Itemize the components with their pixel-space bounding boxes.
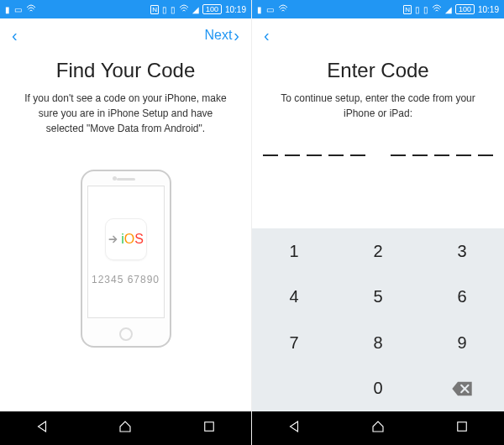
next-label: Next <box>204 28 232 43</box>
android-back-button[interactable] <box>34 419 50 437</box>
clock: 10:19 <box>225 5 246 14</box>
nfc-icon: N <box>150 5 159 14</box>
code-digit <box>478 154 493 156</box>
page-subtitle: If you don't see a code on your iPhone, … <box>20 91 231 136</box>
code-digit <box>391 154 406 156</box>
ios-label: iOS <box>121 232 144 247</box>
code-digit <box>263 154 278 156</box>
key-6[interactable]: 6 <box>420 275 504 321</box>
android-recent-button[interactable] <box>454 419 470 437</box>
home-button-illustration <box>119 327 133 341</box>
content-area: Enter Code To continue setup, enter the … <box>252 52 504 411</box>
key-backspace[interactable] <box>420 366 504 412</box>
clock: 10:19 <box>478 5 499 14</box>
screen-enter-code: ▮ ▭ N ▯ ▯ ◢ 100 10:19 ‹ <box>252 0 504 445</box>
image-icon: ▭ <box>266 5 274 14</box>
key-5[interactable]: 5 <box>336 275 420 321</box>
move-to-ios-icon: iOS <box>105 218 147 260</box>
status-bar: ▮ ▭ N ▯ ▯ ◢ 100 10:19 <box>0 0 251 18</box>
code-digit <box>412 154 428 156</box>
svg-rect-0 <box>205 422 214 432</box>
android-home-button[interactable] <box>118 419 133 437</box>
signal-icon: ◢ <box>445 5 452 14</box>
chevron-left-icon: ‹ <box>264 27 270 44</box>
code-digit <box>434 154 449 156</box>
page-title: Find Your Code <box>56 59 195 82</box>
top-nav: ‹ <box>252 18 504 52</box>
android-home-button[interactable] <box>370 419 386 437</box>
content-area: Find Your Code If you don't see a code o… <box>0 52 251 411</box>
android-back-button[interactable] <box>286 419 302 437</box>
sim-icon: ▯ <box>423 5 428 14</box>
code-digit <box>350 154 365 156</box>
signal-icon: ◢ <box>192 5 199 14</box>
key-0[interactable]: 0 <box>336 366 420 412</box>
battery-indicator: 100 <box>202 4 222 14</box>
vibrate-icon: ▯ <box>415 5 420 14</box>
next-button[interactable]: Next › <box>204 27 239 44</box>
sample-code-label: 12345 67890 <box>92 274 160 285</box>
back-button[interactable]: ‹ <box>264 27 270 44</box>
page-subtitle: To continue setup, enter the code from y… <box>272 91 484 121</box>
iphone-illustration: iOS 12345 67890 <box>81 170 171 348</box>
code-digit <box>307 154 322 156</box>
sim-icon: ▯ <box>171 5 176 14</box>
svg-rect-1 <box>458 422 467 432</box>
nfc-icon: N <box>403 5 412 14</box>
image-icon: ▭ <box>14 5 22 14</box>
chevron-right-icon: › <box>234 27 239 44</box>
wifi-status-icon <box>179 4 189 14</box>
vibrate-icon: ▯ <box>162 5 167 14</box>
screen-find-your-code: ▮ ▭ N ▯ ▯ ◢ 100 10:19 ‹ <box>0 0 252 445</box>
android-nav-bar <box>0 411 251 445</box>
android-recent-button[interactable] <box>202 419 217 437</box>
code-digit <box>285 154 300 156</box>
numeric-keypad: 1 2 3 4 5 6 7 8 9 0 <box>252 228 504 411</box>
page-title: Enter Code <box>327 59 428 82</box>
back-button[interactable]: ‹ <box>12 27 18 44</box>
wifi-icon <box>26 4 36 14</box>
phone-icon: ▮ <box>257 5 262 14</box>
wifi-icon <box>278 4 288 14</box>
battery-indicator: 100 <box>455 4 475 14</box>
key-empty <box>252 366 336 412</box>
key-1[interactable]: 1 <box>252 228 336 275</box>
backspace-icon <box>450 380 474 397</box>
android-nav-bar <box>252 411 504 445</box>
key-3[interactable]: 3 <box>420 228 504 275</box>
arrow-right-icon <box>108 233 119 245</box>
code-digit <box>456 154 471 156</box>
key-8[interactable]: 8 <box>336 320 420 366</box>
wifi-status-icon <box>432 4 442 14</box>
chevron-left-icon: ‹ <box>12 27 18 44</box>
code-digit <box>328 154 344 156</box>
code-input[interactable] <box>263 154 493 156</box>
key-9[interactable]: 9 <box>420 320 504 366</box>
phone-icon: ▮ <box>5 5 10 14</box>
key-4[interactable]: 4 <box>252 275 336 321</box>
status-bar: ▮ ▭ N ▯ ▯ ◢ 100 10:19 <box>252 0 504 18</box>
key-7[interactable]: 7 <box>252 320 336 366</box>
key-2[interactable]: 2 <box>336 228 420 275</box>
top-nav: ‹ Next › <box>0 18 251 52</box>
